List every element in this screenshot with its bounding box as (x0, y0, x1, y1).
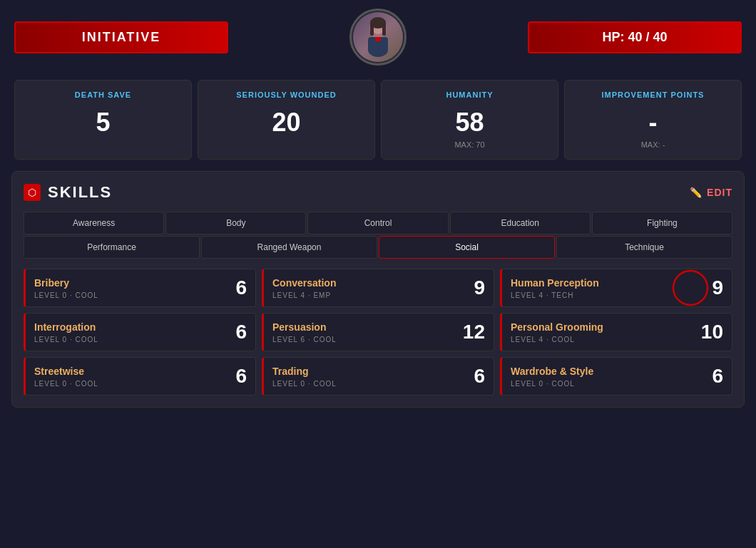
initiative-bar: INITIATIVE (14, 21, 228, 53)
dice-icon: ⬡ (28, 187, 36, 198)
tab-technique[interactable]: Technique (556, 236, 732, 259)
tab-body[interactable]: Body (165, 212, 306, 234)
avatar-image (355, 14, 401, 60)
avatar (349, 9, 407, 66)
skill-name-streetwise: Streetwise (34, 366, 225, 377)
skill-name-human-perception: Human Perception (511, 277, 702, 289)
edit-label: EDIT (707, 187, 732, 198)
skill-name-wardrobe-style: Wardrobe & Style (511, 366, 702, 377)
skill-value-bribery: 6 (225, 276, 247, 299)
skill-card-personal-grooming: Personal Grooming LEVEL 4 · COOL 10 (500, 313, 732, 351)
hp-label: HP: 40 / 40 (602, 30, 667, 44)
skill-info-wardrobe-style: Wardrobe & Style LEVEL 0 · COOL (511, 366, 702, 388)
stat-improvement-points: IMPROVEMENT POINTS - MAX: - (564, 80, 742, 160)
tabs-row-2: Performance Ranged Weapon Social Techniq… (24, 236, 732, 259)
svg-rect-3 (370, 23, 374, 36)
stat-humanity-label: HUMANITY (393, 91, 546, 99)
stat-death-save-label: DEATH SAVE (26, 91, 180, 99)
svg-rect-7 (375, 37, 381, 41)
stat-improvement-points-sub: MAX: - (576, 140, 730, 149)
tab-fighting[interactable]: Fighting (592, 212, 732, 234)
skill-name-personal-grooming: Personal Grooming (511, 321, 701, 333)
skill-card-conversation: Conversation LEVEL 4 · EMP 9 (262, 269, 494, 307)
skills-section: ⬡ SKILLS ✏️ EDIT Awareness Body Control … (11, 171, 745, 408)
skill-info-bribery: Bribery LEVEL 0 · COOL (34, 277, 225, 299)
skill-card-bribery: Bribery LEVEL 0 · COOL 6 (24, 269, 256, 307)
stat-improvement-points-label: IMPROVEMENT POINTS (576, 91, 730, 99)
skill-name-interrogation: Interrogation (34, 321, 225, 333)
skill-level-bribery: LEVEL 0 · COOL (34, 291, 225, 299)
skill-value-human-perception: 9 (702, 276, 723, 299)
skill-info-conversation: Conversation LEVEL 4 · EMP (272, 277, 464, 299)
skill-info-personal-grooming: Personal Grooming LEVEL 4 · COOL (511, 321, 701, 343)
skill-info-trading: Trading LEVEL 0 · COOL (272, 366, 464, 388)
pencil-icon: ✏️ (690, 187, 703, 198)
skill-value-conversation: 9 (464, 276, 485, 299)
skill-card-interrogation: Interrogation LEVEL 0 · COOL 6 (24, 313, 256, 351)
tab-control[interactable]: Control (307, 212, 448, 234)
stat-death-save-value: 5 (26, 108, 180, 138)
skill-value-persuasion: 12 (463, 321, 485, 343)
skills-title-group: ⬡ SKILLS (24, 183, 112, 202)
stat-humanity: HUMANITY 58 MAX: 70 (381, 80, 558, 160)
skill-level-wardrobe-style: LEVEL 0 · COOL (511, 380, 702, 388)
skill-value-streetwise: 6 (225, 365, 247, 388)
tabs-row-1: Awareness Body Control Education Fightin… (24, 212, 732, 234)
skill-card-persuasion: Persuasion LEVEL 6 · COOL 12 (262, 313, 494, 351)
skill-value-trading: 6 (464, 365, 485, 388)
stat-death-save: DEATH SAVE 5 (14, 80, 192, 160)
hp-bar: HP: 40 / 40 (528, 21, 742, 53)
tab-ranged-weapon[interactable]: Ranged Weapon (201, 236, 377, 259)
skill-value-interrogation: 6 (225, 321, 247, 343)
skills-icon: ⬡ (24, 184, 41, 201)
initiative-label: INITIATIVE (82, 30, 161, 44)
skill-level-conversation: LEVEL 4 · EMP (272, 291, 464, 299)
skill-card-human-perception: Human Perception LEVEL 4 · TECH 9 (500, 269, 732, 307)
skill-level-human-perception: LEVEL 4 · TECH (511, 291, 702, 299)
stat-seriously-wounded-value: 20 (210, 108, 363, 138)
stat-seriously-wounded: SERIOUSLY WOUNDED 20 (198, 80, 375, 160)
skill-info-human-perception: Human Perception LEVEL 4 · TECH (511, 277, 702, 299)
edit-button[interactable]: ✏️ EDIT (690, 187, 732, 198)
skill-value-wardrobe-style: 6 (702, 365, 723, 388)
svg-rect-4 (382, 23, 386, 36)
stat-humanity-value: 58 (393, 108, 546, 138)
tab-performance[interactable]: Performance (24, 236, 200, 259)
tab-social[interactable]: Social (379, 236, 555, 259)
skill-card-streetwise: Streetwise LEVEL 0 · COOL 6 (24, 357, 256, 396)
skill-level-interrogation: LEVEL 0 · COOL (34, 336, 225, 343)
skill-level-personal-grooming: LEVEL 4 · COOL (511, 336, 701, 343)
stat-seriously-wounded-label: SERIOUSLY WOUNDED (210, 91, 363, 99)
skill-name-bribery: Bribery (34, 277, 225, 289)
tab-education[interactable]: Education (450, 212, 591, 234)
skill-info-persuasion: Persuasion LEVEL 6 · COOL (272, 321, 463, 343)
top-header: INITIATIVE HP: 40 / 40 (0, 0, 756, 74)
tab-awareness[interactable]: Awareness (24, 212, 164, 234)
skill-info-streetwise: Streetwise LEVEL 0 · COOL (34, 366, 225, 388)
skill-value-personal-grooming: 10 (701, 321, 723, 343)
skill-name-conversation: Conversation (272, 277, 464, 289)
skill-grid: Bribery LEVEL 0 · COOL 6 Conversation LE… (24, 269, 732, 396)
stats-row: DEATH SAVE 5 SERIOUSLY WOUNDED 20 HUMANI… (0, 74, 756, 171)
skills-header: ⬡ SKILLS ✏️ EDIT (24, 183, 732, 202)
skill-card-trading: Trading LEVEL 0 · COOL 6 (262, 357, 494, 396)
skill-info-interrogation: Interrogation LEVEL 0 · COOL (34, 321, 225, 343)
skill-name-trading: Trading (272, 366, 464, 377)
stat-improvement-points-value: - (576, 108, 730, 138)
skill-name-persuasion: Persuasion (272, 321, 463, 333)
skill-level-persuasion: LEVEL 6 · COOL (272, 336, 463, 343)
avatar-inner (353, 12, 403, 62)
stat-humanity-sub: MAX: 70 (393, 140, 546, 149)
skill-level-trading: LEVEL 0 · COOL (272, 380, 464, 388)
skill-level-streetwise: LEVEL 0 · COOL (34, 380, 225, 388)
skill-card-wardrobe-style: Wardrobe & Style LEVEL 0 · COOL 6 (500, 357, 732, 396)
skills-title: SKILLS (48, 183, 112, 202)
